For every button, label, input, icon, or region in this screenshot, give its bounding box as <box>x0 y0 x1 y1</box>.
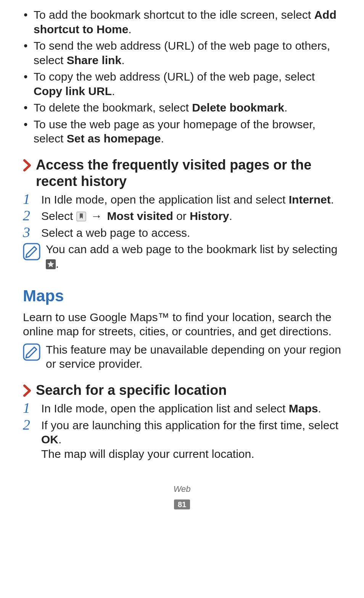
bullet-item: To send the web address (URL) of the web… <box>23 39 341 67</box>
note-pre: You can add a web page to the bookmark l… <box>46 243 337 255</box>
step-item: In Idle mode, open the application list … <box>23 192 341 207</box>
section-title: Search for a specific location <box>36 382 227 398</box>
section-header-search-location: Search for a specific location <box>23 382 341 398</box>
bullet-item: To use the web page as your homepage of … <box>23 117 341 146</box>
note-row: You can add a web page to the bookmark l… <box>23 242 341 271</box>
section-title: Access the frequently visited pages or t… <box>36 157 341 189</box>
step-item: Select → Most visited or History. <box>23 209 341 223</box>
step-mid: or <box>173 210 190 222</box>
arrow-right-icon: → <box>91 209 102 223</box>
step-post: . <box>318 402 321 415</box>
steps-list-search: In Idle mode, open the application list … <box>23 401 341 461</box>
step-post: . <box>229 210 232 222</box>
step-text: In Idle mode, open the application list … <box>41 402 289 415</box>
app-title-maps: Maps <box>23 286 341 306</box>
step-item: In Idle mode, open the application list … <box>23 401 341 416</box>
steps-list-history: In Idle mode, open the application list … <box>23 192 341 240</box>
step-text: Select a web page to access. <box>41 226 190 239</box>
step-item: If you are launching this application fo… <box>23 418 341 461</box>
section-header-history: Access the frequently visited pages or t… <box>23 157 341 189</box>
note-row: This feature may be unavailable dependin… <box>23 343 341 371</box>
bullet-item: To copy the web address (URL) of the web… <box>23 69 341 98</box>
step-text: In Idle mode, open the application list … <box>41 193 289 206</box>
maps-intro: Learn to use Google Maps™ to find your l… <box>23 310 341 339</box>
bullet-text: To copy the web address (URL) of the web… <box>34 70 315 83</box>
step-bold: Most visited <box>107 210 173 222</box>
bullet-text: To delete the bookmark, select <box>34 101 192 114</box>
bookmark-tab-icon <box>76 212 86 221</box>
bullet-bold: Delete bookmark <box>192 101 284 114</box>
note-text: You can add a web page to the bookmark l… <box>46 242 341 271</box>
bullet-post: . <box>128 23 131 36</box>
step-text: Select <box>41 210 76 222</box>
step-bold: Maps <box>289 402 318 415</box>
step-text: If you are launching this application fo… <box>41 419 338 432</box>
page-footer: Web 81 <box>23 484 341 510</box>
step-post: . <box>58 433 61 446</box>
bullet-text: To add the bookmark shortcut to the idle… <box>34 8 314 21</box>
step-bold: History <box>190 210 229 222</box>
bullet-post: . <box>284 101 287 114</box>
star-icon <box>46 259 56 269</box>
step-bold: OK <box>41 433 58 446</box>
step-item: Select a web page to access. <box>23 226 341 240</box>
bullet-list: To add the bookmark shortcut to the idle… <box>23 8 341 146</box>
step-post: . <box>331 193 334 206</box>
note-post: . <box>56 257 59 270</box>
bullet-post: . <box>121 54 124 66</box>
note-text: This feature may be unavailable dependin… <box>46 343 341 371</box>
bullet-item: To add the bookmark shortcut to the idle… <box>23 8 341 36</box>
bullet-item: To delete the bookmark, select Delete bo… <box>23 100 341 115</box>
bullet-bold: Set as homepage <box>67 132 161 145</box>
note-icon <box>23 343 40 361</box>
bullet-bold: Copy link URL <box>34 85 112 97</box>
step-extra: The map will display your current locati… <box>41 447 341 461</box>
bullet-bold: Share link <box>67 54 121 66</box>
step-bold: Internet <box>289 193 331 206</box>
chevron-right-icon <box>23 159 31 172</box>
footer-page-number: 81 <box>174 499 190 509</box>
footer-section-label: Web <box>23 484 341 495</box>
note-icon <box>23 243 40 260</box>
chevron-right-icon <box>23 384 31 397</box>
bullet-post: . <box>161 132 164 145</box>
bullet-post: . <box>112 85 115 97</box>
